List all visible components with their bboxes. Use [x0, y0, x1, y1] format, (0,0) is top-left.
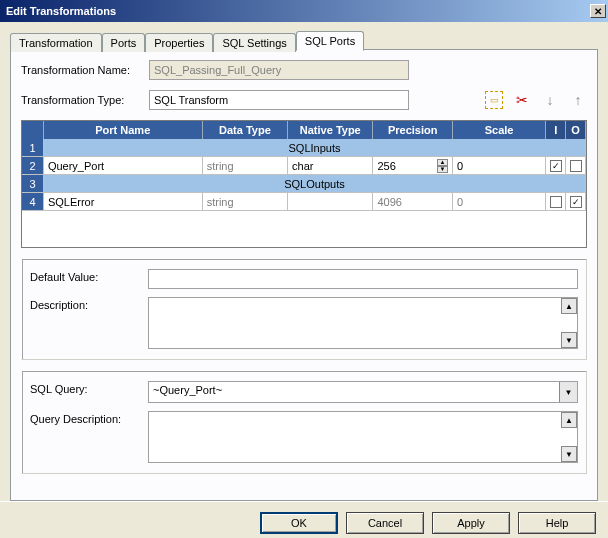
- cell-input-checkbox[interactable]: [546, 193, 566, 211]
- description-field[interactable]: ▲ ▼: [148, 297, 578, 349]
- cancel-button[interactable]: Cancel: [346, 512, 424, 534]
- section-header: SQLOutputs: [44, 175, 586, 193]
- col-header-port[interactable]: Port Name: [44, 121, 203, 139]
- sql-query-label: SQL Query:: [30, 381, 140, 395]
- transformation-type-field[interactable]: SQL Transform: [149, 90, 409, 110]
- spinner-up-icon[interactable]: ▲: [437, 159, 448, 166]
- transformation-name-label: Transformation Name:: [21, 64, 141, 76]
- row-number[interactable]: 2: [22, 157, 44, 175]
- table-row[interactable]: 3SQLOutputs: [22, 175, 586, 193]
- cell-native-type[interactable]: char: [288, 157, 373, 175]
- dialog-buttons: OK Cancel Apply Help: [0, 501, 608, 538]
- tab-strip: Transformation Ports Properties SQL Sett…: [10, 31, 598, 50]
- value-group: Default Value: Description: ▲ ▼: [21, 258, 587, 360]
- tab-properties[interactable]: Properties: [145, 33, 213, 52]
- query-description-field[interactable]: ▲ ▼: [148, 411, 578, 463]
- ok-button[interactable]: OK: [260, 512, 338, 534]
- col-header-precision[interactable]: Precision: [373, 121, 452, 139]
- cell-output-checkbox[interactable]: [566, 157, 586, 175]
- spinner-down-icon[interactable]: ▼: [437, 166, 448, 173]
- sql-query-field[interactable]: ~Query_Port~ ▼: [148, 381, 578, 403]
- tab-transformation[interactable]: Transformation: [10, 33, 102, 52]
- cell-scale[interactable]: 0: [453, 157, 546, 175]
- query-group: SQL Query: ~Query_Port~ ▼ Query Descript…: [21, 370, 587, 474]
- cell-native-type[interactable]: [288, 193, 373, 211]
- col-header-rownum: [22, 121, 44, 139]
- move-up-icon[interactable]: ↑: [569, 91, 587, 109]
- window-title: Edit Transformations: [6, 5, 116, 17]
- default-value-label: Default Value:: [30, 269, 140, 283]
- default-value-field[interactable]: [148, 269, 578, 289]
- row-number[interactable]: 1: [22, 139, 44, 157]
- cell-output-checkbox[interactable]: ✓: [566, 193, 586, 211]
- cell-precision[interactable]: 4096: [373, 193, 452, 211]
- transformation-type-label: Transformation Type:: [21, 94, 141, 106]
- port-toolbar: ▭ ✂ ↓ ↑: [485, 91, 587, 109]
- tab-panel: Transformation Name: SQL_Passing_Full_Qu…: [10, 49, 598, 501]
- cut-icon[interactable]: ✂: [513, 91, 531, 109]
- checkbox[interactable]: [550, 196, 562, 208]
- tab-sql-ports[interactable]: SQL Ports: [296, 31, 364, 51]
- col-header-scale[interactable]: Scale: [453, 121, 546, 139]
- tab-ports[interactable]: Ports: [102, 33, 146, 52]
- help-button[interactable]: Help: [518, 512, 596, 534]
- cell-data-type[interactable]: string: [203, 193, 288, 211]
- cell-precision[interactable]: 256▲▼: [373, 157, 452, 175]
- checkbox[interactable]: ✓: [550, 160, 562, 172]
- row-number[interactable]: 3: [22, 175, 44, 193]
- table-row[interactable]: 4SQLErrorstring40960✓: [22, 193, 586, 211]
- cell-input-checkbox[interactable]: ✓: [546, 157, 566, 175]
- dropdown-icon[interactable]: ▼: [559, 382, 577, 402]
- title-bar: Edit Transformations ✕: [0, 0, 608, 22]
- col-header-output[interactable]: O: [566, 121, 586, 139]
- grid-header: Port Name Data Type Native Type Precisio…: [22, 121, 586, 139]
- scroll-down-icon[interactable]: ▼: [561, 332, 577, 348]
- query-description-label: Query Description:: [30, 411, 140, 425]
- add-port-icon[interactable]: ▭: [485, 91, 503, 109]
- close-button[interactable]: ✕: [590, 4, 606, 18]
- col-header-datatype[interactable]: Data Type: [203, 121, 288, 139]
- table-row[interactable]: 2Query_Portstringchar256▲▼0✓: [22, 157, 586, 175]
- cell-scale[interactable]: 0: [453, 193, 546, 211]
- scroll-up-icon[interactable]: ▲: [561, 298, 577, 314]
- table-row[interactable]: 1SQLInputs: [22, 139, 586, 157]
- cell-port-name[interactable]: SQLError: [44, 193, 203, 211]
- ports-grid: Port Name Data Type Native Type Precisio…: [21, 120, 587, 248]
- section-header: SQLInputs: [44, 139, 586, 157]
- col-header-nativetype[interactable]: Native Type: [288, 121, 373, 139]
- description-label: Description:: [30, 297, 140, 311]
- move-down-icon[interactable]: ↓: [541, 91, 559, 109]
- col-header-input[interactable]: I: [546, 121, 566, 139]
- checkbox[interactable]: [570, 160, 582, 172]
- transformation-name-field: SQL_Passing_Full_Query: [149, 60, 409, 80]
- row-number[interactable]: 4: [22, 193, 44, 211]
- checkbox[interactable]: ✓: [570, 196, 582, 208]
- scroll-up-icon[interactable]: ▲: [561, 412, 577, 428]
- cell-data-type[interactable]: string: [203, 157, 288, 175]
- apply-button[interactable]: Apply: [432, 512, 510, 534]
- scroll-down-icon[interactable]: ▼: [561, 446, 577, 462]
- cell-port-name[interactable]: Query_Port: [44, 157, 203, 175]
- tab-sql-settings[interactable]: SQL Settings: [213, 33, 295, 52]
